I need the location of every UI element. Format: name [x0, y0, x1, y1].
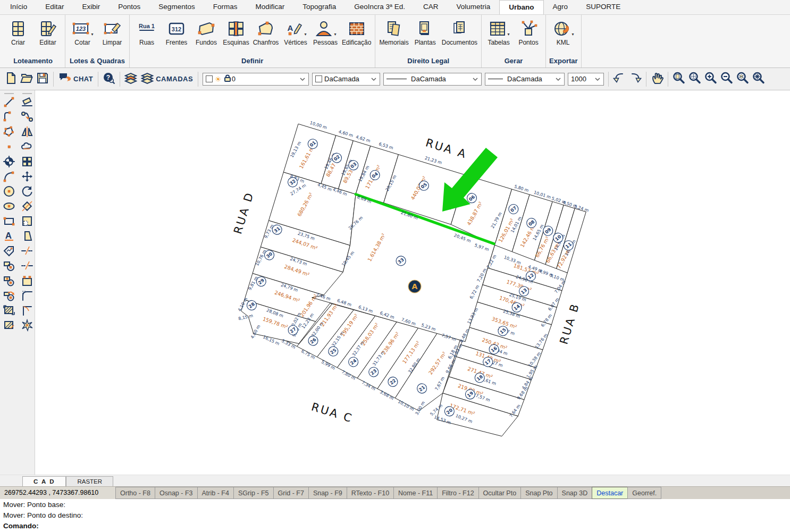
- ribbon-button-criar[interactable]: .s{stroke:#1F3A63;stroke-width:2;fill:no…: [3, 16, 33, 47]
- tool-insert-tag[interactable]: .s{stroke:#1F3A63;stroke-width:2;fill:no…: [1, 244, 17, 259]
- ribbon-button-documentos[interactable]: .s{stroke:#1F3A63;stroke-width:2;fill:no…: [440, 16, 479, 47]
- color-select[interactable]: DaCamada .s{stroke:#1F3A63;stroke-width:…: [312, 73, 380, 86]
- tool-draw-polyline[interactable]: .s{stroke:#1F3A63;stroke-width:2;fill:no…: [1, 111, 17, 125]
- tool-move[interactable]: .s{stroke:#1F3A63;stroke-width:2;fill:no…: [19, 170, 35, 184]
- tool-draw-point[interactable]: .s{stroke:#1F3A63;stroke-width:2;fill:no…: [1, 140, 17, 155]
- menu-tab-formas[interactable]: Formas: [204, 0, 247, 14]
- ribbon-button-plantas[interactable]: .s{stroke:#1F3A63;stroke-width:2;fill:no…: [410, 16, 440, 47]
- ribbon-button-frentes[interactable]: .s{stroke:#1F3A63;stroke-width:2;fill:no…: [162, 16, 191, 47]
- status-toggle-nome-f11[interactable]: Nome - F11: [393, 487, 438, 499]
- block-marker-a[interactable]: A: [408, 280, 421, 293]
- status-toggle-filtro-f12[interactable]: Filtro - F12: [437, 487, 478, 499]
- ribbon-button-memoriais[interactable]: .s{stroke:#1F3A63;stroke-width:2;fill:no…: [377, 16, 410, 47]
- ribbon-button-cotar[interactable]: .s{stroke:#1F3A63;stroke-width:2;fill:no…: [68, 16, 97, 47]
- camadas-button[interactable]: .s{stroke:#1F3A63;stroke-width:2;fill:no…: [139, 72, 195, 87]
- status-toggle-grid-f7[interactable]: Grid - F7: [273, 487, 309, 499]
- menu-tab-geoincra-3-ed[interactable]: GeoIncra 3ª Ed.: [345, 0, 414, 14]
- status-toggle-ortho-f8[interactable]: Ortho - F8: [115, 487, 155, 499]
- tool-explode[interactable]: .s{stroke:#1F3A63;stroke-width:2;fill:no…: [19, 319, 35, 333]
- new-file-button[interactable]: .s{stroke:#1F3A63;stroke-width:2;fill:no…: [3, 71, 19, 87]
- ribbon-button-esquinas[interactable]: .s{stroke:#1F3A63;stroke-width:2;fill:no…: [221, 16, 251, 47]
- zoom-window-button[interactable]: .s{stroke:#1F3A63;stroke-width:2;fill:no…: [687, 71, 703, 87]
- tool-draw-ellipse[interactable]: .s{stroke:#1F3A63;stroke-width:2;fill:no…: [1, 200, 17, 214]
- menu-tab-editar[interactable]: Editar: [36, 0, 73, 14]
- menu-tab-agro[interactable]: Agro: [544, 0, 577, 14]
- zoom-out-button[interactable]: .s{stroke:#1F3A63;stroke-width:2;fill:no…: [719, 71, 735, 87]
- status-toggle-snap-3d[interactable]: Snap 3D: [557, 487, 593, 499]
- status-toggle-atrib-f4[interactable]: Atrib - F4: [197, 487, 234, 499]
- status-toggle-snap-pto[interactable]: Snap Pto: [520, 487, 557, 499]
- open-file-button[interactable]: .s{stroke:#1F3A63;stroke-width:2;fill:no…: [19, 71, 35, 87]
- tool-rect-dashed[interactable]: .s{stroke:#1F3A63;stroke-width:2;fill:no…: [19, 215, 35, 229]
- redo-button[interactable]: .s{stroke:#1F3A63;stroke-width:2;fill:no…: [627, 71, 643, 87]
- status-toggle-rtexto-f10[interactable]: RTexto - F10: [347, 487, 394, 499]
- zoom-extents-button[interactable]: .s{stroke:#1F3A63;stroke-width:2;fill:no…: [671, 71, 687, 87]
- ribbon-button-fundos[interactable]: .s{stroke:#1F3A63;stroke-width:2;fill:no…: [191, 16, 221, 47]
- dropdown-arrow-icon[interactable]: ▾: [91, 32, 93, 37]
- tool-hatch[interactable]: .s{stroke:#1F3A63;stroke-width:2;fill:no…: [1, 304, 17, 318]
- undo-button[interactable]: .s{stroke:#1F3A63;stroke-width:2;fill:no…: [611, 71, 627, 87]
- dropdown-arrow-icon[interactable]: ▾: [304, 32, 306, 37]
- tool-edit-spline[interactable]: .s{stroke:#1F3A63;stroke-width:2;fill:no…: [19, 111, 35, 125]
- zoom-layers-button[interactable]: .s{stroke:#1F3A63;stroke-width:2;fill:no…: [735, 71, 751, 87]
- tool-revision-cloud[interactable]: .s{stroke:#1F3A63;stroke-width:2;fill:no…: [19, 140, 35, 155]
- menu-tab-exibir[interactable]: Exibir: [73, 0, 110, 14]
- tool-break-line2[interactable]: .s{stroke:#1F3A63;stroke-width:2;fill:no…: [19, 259, 35, 274]
- drawing-canvas[interactable]: 10,00 m4,60 m4,62 m6,53 m21,23 m5,80 m10…: [35, 90, 790, 475]
- dropdown-arrow-icon[interactable]: ▾: [508, 32, 510, 37]
- ribbon-button-edificacao[interactable]: .s{stroke:#1F3A63;stroke-width:2;fill:no…: [340, 16, 373, 47]
- zoom-all-button[interactable]: .s{stroke:#1F3A63;stroke-width:2;fill:no…: [751, 71, 767, 87]
- menu-tab-segmentos[interactable]: Segmentos: [149, 0, 204, 14]
- layer-tools-button[interactable]: .s{stroke:#1F3A63;stroke-width:2;fill:no…: [123, 71, 139, 87]
- menu-tab-inicio[interactable]: Início: [1, 0, 36, 14]
- menu-tab-car[interactable]: CAR: [414, 0, 448, 14]
- status-toggle-ocultar-pto[interactable]: Ocultar Pto: [478, 487, 522, 499]
- tool-trapezoid[interactable]: .s{stroke:#1F3A63;stroke-width:2;fill:no…: [19, 230, 35, 244]
- tool-corner[interactable]: .s{stroke:#1F3A63;stroke-width:2;fill:no…: [19, 304, 35, 318]
- layer-visibility-checkbox[interactable]: [206, 75, 213, 82]
- tool-draw-polygon[interactable]: .s{stroke:#1F3A63;stroke-width:2;fill:no…: [1, 125, 17, 140]
- tool-erase[interactable]: .s{stroke:#1F3A63;stroke-width:2;fill:no…: [19, 96, 35, 110]
- tool-array-grid[interactable]: .s{stroke:#1F3A63;stroke-width:2;fill:no…: [19, 155, 35, 170]
- menu-tab-suporte[interactable]: SUPORTE: [577, 0, 629, 14]
- lineweight-select[interactable]: DaCamada .s{stroke:#1F3A63;stroke-width:…: [485, 73, 565, 86]
- zoom-in-button[interactable]: .s{stroke:#1F3A63;stroke-width:2;fill:no…: [703, 71, 719, 87]
- ribbon-button-kml[interactable]: .s{stroke:#1F3A63;stroke-width:2;fill:no…: [548, 16, 578, 47]
- status-toggle-destacar[interactable]: Destacar: [592, 487, 628, 499]
- status-toggle-osnap-f3[interactable]: Osnap - F3: [155, 487, 198, 499]
- tool-copy-circle[interactable]: .s{stroke:#1F3A63;stroke-width:2;fill:no…: [1, 259, 17, 274]
- tool-rect-handles[interactable]: .s{stroke:#1F3A63;stroke-width:2;fill:no…: [19, 274, 35, 289]
- tool-rotate-copy[interactable]: .s{stroke:#1F3A63;stroke-width:2;fill:no…: [1, 289, 17, 303]
- help-search-button[interactable]: .s{stroke:#1F3A63;stroke-width:2;fill:no…: [101, 71, 117, 87]
- menu-tab-volumetria[interactable]: Volumetria: [448, 0, 500, 14]
- ribbon-button-editar[interactable]: .s{stroke:#1F3A63;stroke-width:2;fill:no…: [33, 16, 63, 47]
- tool-draw-circle[interactable]: .s{stroke:#1F3A63;stroke-width:2;fill:no…: [1, 185, 17, 199]
- tool-draw-rectangle[interactable]: .s{stroke:#1F3A63;stroke-width:2;fill:no…: [1, 215, 17, 229]
- tool-fillet[interactable]: .s{stroke:#1F3A63;stroke-width:2;fill:no…: [19, 289, 35, 303]
- tool-mirror[interactable]: .s{stroke:#1F3A63;stroke-width:2;fill:no…: [19, 125, 35, 140]
- tool-copy-circle-alt[interactable]: .s{stroke:#1F3A63;stroke-width:2;fill:no…: [1, 274, 17, 289]
- status-toggle-snap-f9[interactable]: Snap - F9: [308, 487, 347, 499]
- tool-position[interactable]: .s{stroke:#1F3A63;stroke-width:2;fill:no…: [1, 155, 17, 170]
- tool-break-line[interactable]: .s{stroke:#1F3A63;stroke-width:2;fill:no…: [19, 244, 35, 259]
- menu-tab-modificar[interactable]: Modificar: [246, 0, 293, 14]
- tab-cad[interactable]: C A D: [22, 476, 66, 486]
- dropdown-arrow-icon[interactable]: ▾: [334, 32, 336, 37]
- tab-raster[interactable]: RASTER: [66, 476, 113, 486]
- dropdown-arrow-icon[interactable]: ▾: [572, 32, 574, 37]
- ribbon-button-tabelas[interactable]: .s{stroke:#1F3A63;stroke-width:2;fill:no…: [484, 16, 514, 47]
- tool-offset[interactable]: .s{stroke:#1F3A63;stroke-width:2;fill:no…: [19, 200, 35, 214]
- menu-tab-urbano[interactable]: Urbano: [499, 0, 543, 14]
- tool-draw-line[interactable]: .s{stroke:#1F3A63;stroke-width:2;fill:no…: [1, 96, 17, 110]
- cadastral-map[interactable]: 10,00 m4,60 m4,62 m6,53 m21,23 m5,80 m10…: [35, 90, 790, 475]
- ribbon-button-limpar[interactable]: .s{stroke:#1F3A63;stroke-width:2;fill:no…: [97, 16, 127, 47]
- chat-button[interactable]: .s{stroke:#1F3A63;stroke-width:2;fill:no…: [56, 72, 95, 87]
- layer-select[interactable]: ☀ .s{stroke:#1F3A63;stroke-width:2;fill:…: [203, 73, 309, 86]
- pan-button[interactable]: .s{stroke:#1F3A63;stroke-width:2;fill:no…: [649, 71, 665, 87]
- linetype-select[interactable]: DaCamada .s{stroke:#1F3A63;stroke-width:…: [383, 73, 482, 86]
- status-toggle-sgrip-f5[interactable]: SGrip - F5: [233, 487, 274, 499]
- menu-tab-pontos[interactable]: Pontos: [109, 0, 149, 14]
- menu-tab-topografia[interactable]: Topografia: [293, 0, 345, 14]
- save-button[interactable]: .s{stroke:#1F3A63;stroke-width:2;fill:no…: [35, 71, 51, 87]
- tool-draw-arc[interactable]: .s{stroke:#1F3A63;stroke-width:2;fill:no…: [1, 170, 17, 184]
